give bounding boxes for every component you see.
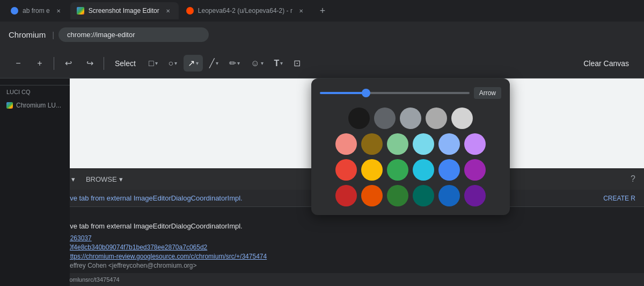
color-swatch-dark-gray[interactable]: [374, 108, 396, 129]
color-swatch-dark-purple[interactable]: [464, 185, 486, 206]
undo-button[interactable]: ↩: [58, 54, 78, 73]
tab-editor[interactable]: Screenshot Image Editor ✕: [70, 2, 179, 19]
ellipse-dropdown-icon: ▾: [174, 60, 177, 66]
url-bar[interactable]: chrome://image-editor: [58, 27, 209, 42]
change-id-link[interactable]: I0f4e8cb340b09074f7b1bed378ee2870a7c065d…: [67, 244, 207, 251]
luci-label: LUCI CQ: [6, 89, 31, 95]
color-swatch-yellow[interactable]: [361, 159, 383, 181]
clear-canvas-button[interactable]: Clear Canvas: [577, 56, 635, 71]
color-swatch-purple[interactable]: [464, 159, 486, 181]
commit-details: SHOW ALL ▾ [SharingHub] Remove tab from …: [0, 207, 644, 273]
rectangle-tool-button[interactable]: □ ▾: [144, 55, 162, 72]
tab-reddit-label: Leopeva64-2 (u/Leopeva64-2) - r: [198, 7, 292, 15]
color-swatch-teal[interactable]: [413, 159, 434, 181]
commit-headline: [SharingHub] Remove tab from external Im…: [9, 222, 635, 230]
pencil-dropdown-icon: ▾: [237, 60, 240, 66]
reviewed-on-link[interactable]: https://chromium-review.googlesource.com…: [67, 253, 267, 260]
new-tab-button[interactable]: +: [315, 3, 330, 18]
redo-button[interactable]: ↪: [80, 54, 99, 73]
color-swatch-light-blue[interactable]: [438, 133, 460, 155]
color-swatch-green[interactable]: [387, 159, 408, 181]
main-content: Arrow: [0, 78, 644, 286]
color-swatch-dark-teal[interactable]: [413, 185, 434, 206]
color-swatch-light-green[interactable]: [387, 133, 408, 155]
zoom-out-button[interactable]: −: [9, 54, 28, 73]
create-review-button[interactable]: CREATE R: [603, 195, 635, 202]
color-swatch-light-gray[interactable]: [451, 108, 473, 129]
color-swatch-mid-gray[interactable]: [426, 108, 447, 129]
emoji-icon: ☺: [251, 59, 259, 68]
color-row-vivid: [320, 159, 501, 181]
color-swatch-light-purple[interactable]: [464, 133, 486, 155]
emoji-tool-button[interactable]: ☺ ▾: [246, 55, 267, 72]
bug-link[interactable]: 1263037: [67, 234, 92, 242]
arrow-dropdown-icon: ▾: [196, 60, 199, 66]
chromium-favicon: [6, 102, 13, 109]
tab-reddit[interactable]: Leopeva64-2 (u/Leopeva64-2) - r ✕: [180, 2, 312, 19]
ellipse-tool-button[interactable]: ○ ▾: [164, 55, 182, 72]
arrow-tooltip: Arrow: [474, 87, 501, 99]
nav-browse[interactable]: BROWSE ▾: [86, 175, 123, 183]
size-slider-thumb[interactable]: [362, 89, 370, 97]
tab-prev-label: ab from e: [23, 7, 50, 15]
color-swatch-light-red[interactable]: [335, 133, 357, 155]
text-dropdown-icon: ▾: [280, 60, 283, 66]
arrow-tool-button[interactable]: ↗ ▾: [184, 55, 203, 72]
color-swatch-dark-green[interactable]: [387, 185, 408, 206]
tab-editor-favicon: [77, 7, 84, 15]
tab-editor-close[interactable]: ✕: [164, 6, 172, 15]
tab-prev[interactable]: ab from e ✕: [4, 2, 69, 19]
help-icon[interactable]: ?: [631, 174, 635, 184]
crop-icon: ⊡: [294, 58, 301, 68]
chromium-item-label: Chromium LU...: [16, 102, 61, 109]
zoom-in-button[interactable]: +: [30, 54, 49, 73]
color-row-dark: [320, 185, 501, 206]
size-slider-row: Arrow: [320, 87, 501, 99]
tab-bar: ab from e ✕ Screenshot Image Editor ✕ Le…: [0, 0, 644, 22]
detail-reviewed-on: Reviewed-on: https://chromium-review.goo…: [9, 253, 635, 260]
emoji-dropdown-icon: ▾: [261, 60, 264, 66]
detail-reviewed-by: Reviewed-by: Jeffrey Cohen <jeffreycohen…: [9, 262, 635, 269]
color-swatch-gray[interactable]: [400, 108, 421, 129]
luci-section: LUCI CQ: [0, 85, 70, 98]
toolbar-separator-1: [54, 57, 54, 70]
text-tool-button[interactable]: T ▾: [270, 55, 288, 72]
tab-editor-label: Screenshot Image Editor: [89, 7, 159, 15]
color-swatch-blue[interactable]: [438, 159, 460, 181]
color-swatch-dark-yellow[interactable]: [361, 133, 383, 155]
crop-tool-button[interactable]: ⊡: [289, 55, 305, 72]
bottom-bar: googlesource_conlcchromlunsrc/t3475474: [0, 273, 644, 286]
size-slider-track[interactable]: [320, 92, 470, 94]
tab-reddit-close[interactable]: ✕: [297, 6, 305, 15]
color-swatch-dark-orange[interactable]: [361, 185, 383, 206]
color-swatch-dark-red[interactable]: [335, 185, 357, 206]
clear-canvas-label: Clear Canvas: [583, 59, 629, 68]
reviewed-by-value: Jeffrey Cohen <jeffreycohen@chromium.org…: [67, 262, 197, 269]
line-dropdown-icon: ▾: [216, 60, 218, 66]
chromium-item[interactable]: Chromium LU...: [0, 98, 70, 112]
app-name: Chromium: [9, 30, 46, 39]
rectangle-dropdown-icon: ▾: [155, 60, 158, 66]
color-swatch-dark-blue[interactable]: [438, 185, 460, 206]
address-separator: |: [52, 30, 54, 39]
color-row-grays: [320, 108, 501, 129]
color-swatch-black[interactable]: [348, 108, 370, 129]
text-icon: T: [274, 59, 280, 68]
line-tool-button[interactable]: ╱ ▾: [205, 55, 223, 72]
tab-prev-close[interactable]: ✕: [54, 6, 63, 15]
nav-documentation-arrow: ▾: [71, 175, 75, 183]
detail-bug: Bug: 1263037: [9, 234, 635, 242]
detail-change-id: Change-Id: I0f4e8cb340b09074f7b1bed378ee…: [9, 244, 635, 251]
color-swatch-red[interactable]: [335, 159, 357, 181]
tab-reddit-favicon: [186, 7, 194, 15]
color-swatch-light-cyan[interactable]: [413, 133, 434, 155]
select-button[interactable]: Select: [108, 56, 142, 71]
pencil-icon: ✏: [229, 58, 236, 68]
pencil-tool-button[interactable]: ✏ ▾: [225, 55, 244, 72]
rectangle-icon: □: [149, 59, 154, 68]
toolbar-separator-2: [104, 57, 104, 70]
ellipse-icon: ○: [169, 59, 174, 68]
color-picker-dropdown: Arrow: [311, 78, 510, 215]
left-panel: LUCI CQ Chromium LU...: [0, 78, 70, 286]
line-icon: ╱: [209, 58, 215, 68]
